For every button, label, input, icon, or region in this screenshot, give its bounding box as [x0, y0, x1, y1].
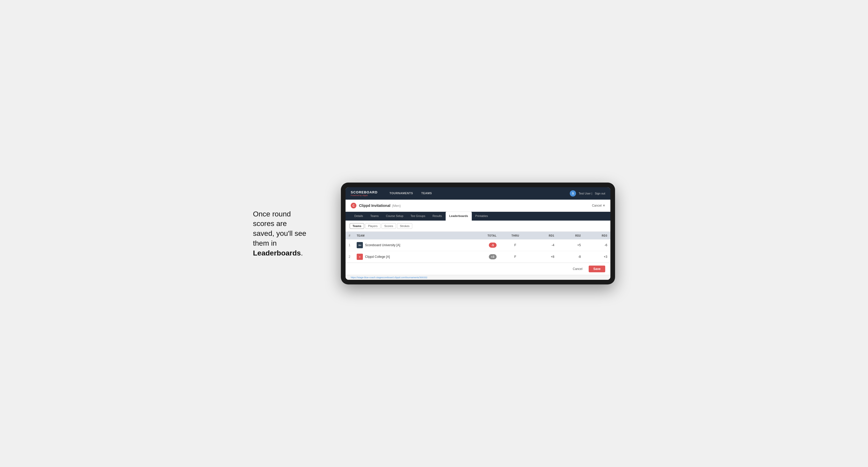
footer: Cancel Save [345, 263, 610, 275]
tablet-device: SCOREBOARD Powered by clippd TOURNAMENTS… [341, 183, 615, 284]
tab-tee-groups[interactable]: Tee Groups [407, 212, 429, 221]
row1-team-cell: SU Scoreboard University [A] [356, 242, 462, 248]
logo-area: SCOREBOARD Powered by clippd [351, 190, 378, 196]
row2-thru: F [500, 251, 531, 263]
page-wrapper: Once round scores are saved, you'll see … [253, 183, 615, 284]
tab-course-setup[interactable]: Course Setup [382, 212, 407, 221]
col-rd2: RD2 [557, 232, 584, 240]
tab-leaderboards[interactable]: Leaderboards [446, 212, 472, 221]
logo-subtitle: Powered by clippd [351, 194, 378, 196]
navbar: SCOREBOARD Powered by clippd TOURNAMENTS… [345, 187, 610, 199]
leaderboard-table-container: # TEAM TOTAL THRU RD1 RD2 RD3 1 [345, 232, 610, 263]
user-name: Test User | [579, 192, 592, 195]
tournament-cancel-button[interactable]: Cancel ✕ [592, 204, 605, 207]
tournament-header: C Clippd Invitational (Men) Cancel ✕ [345, 199, 610, 212]
row1-total: -5 [465, 240, 500, 251]
row1-team: SU Scoreboard University [A] [353, 240, 465, 251]
row2-team-cell: C Clippd College [A] [356, 254, 462, 260]
row2-rd2: -8 [557, 251, 584, 263]
user-avatar: S [570, 190, 576, 196]
footer-save-button[interactable]: Save [589, 266, 605, 272]
left-description: Once round scores are saved, you'll see … [253, 209, 326, 258]
tablet-screen: SCOREBOARD Powered by clippd TOURNAMENTS… [345, 187, 610, 280]
subtab-scores[interactable]: Scores [381, 223, 396, 229]
col-rd1: RD1 [531, 232, 557, 240]
row2-score-badge: +3 [489, 254, 497, 259]
row1-team-logo: SU [356, 242, 363, 248]
row1-rank: 1 [345, 240, 353, 251]
tournament-gender: (Men) [392, 204, 401, 208]
row2-rd1: +8 [531, 251, 557, 263]
nav-tournaments[interactable]: TOURNAMENTS [385, 187, 417, 199]
tab-printables[interactable]: Printables [472, 212, 492, 221]
row2-team-logo: C [356, 254, 363, 260]
subtab-teams[interactable]: Teams [350, 223, 364, 229]
nav-links: TOURNAMENTS TEAMS [385, 187, 570, 199]
col-team: TEAM [353, 232, 465, 240]
row1-thru: F [500, 240, 531, 251]
row1-rd2: +5 [557, 240, 584, 251]
row2-rank: 2 [345, 251, 353, 263]
col-rd3: RD3 [584, 232, 610, 240]
tournament-icon: C [351, 203, 356, 209]
subtabs: Teams Players Scores Strokes [345, 221, 610, 232]
row2-team-name: Clippd College [A] [365, 255, 390, 258]
subtab-players[interactable]: Players [365, 223, 380, 229]
row2-team: C Clippd College [A] [353, 251, 465, 263]
col-total: TOTAL [465, 232, 500, 240]
subtab-strokes[interactable]: Strokes [397, 223, 412, 229]
row2-rd3: +3 [584, 251, 610, 263]
url-bar: https://stage-blue-coach.stagescoreboard… [345, 275, 610, 280]
leaderboard-table: # TEAM TOTAL THRU RD1 RD2 RD3 1 [345, 232, 610, 263]
table-header-row: # TEAM TOTAL THRU RD1 RD2 RD3 [345, 232, 610, 240]
main-tabs: Details Teams Course Setup Tee Groups Re… [345, 212, 610, 221]
col-rank: # [345, 232, 353, 240]
tournament-name: Clippd Invitational [359, 204, 390, 208]
row1-score-badge: -5 [489, 243, 497, 248]
sign-out-link[interactable]: Sign out [595, 192, 605, 195]
row2-total: +3 [465, 251, 500, 263]
footer-cancel-button[interactable]: Cancel [569, 266, 586, 272]
row1-rd3: -6 [584, 240, 610, 251]
tab-teams[interactable]: Teams [367, 212, 382, 221]
tab-details[interactable]: Details [351, 212, 367, 221]
nav-teams[interactable]: TEAMS [417, 187, 436, 199]
col-thru: THRU [500, 232, 531, 240]
row1-team-name: Scoreboard University [A] [365, 243, 400, 247]
row1-rd1: -4 [531, 240, 557, 251]
table-row: 2 C Clippd College [A] +3 F [345, 251, 610, 263]
nav-right: S Test User | Sign out [570, 190, 605, 196]
logo-title: SCOREBOARD [351, 190, 378, 194]
tab-results[interactable]: Results [429, 212, 446, 221]
table-row: 1 SU Scoreboard University [A] -5 F [345, 240, 610, 251]
